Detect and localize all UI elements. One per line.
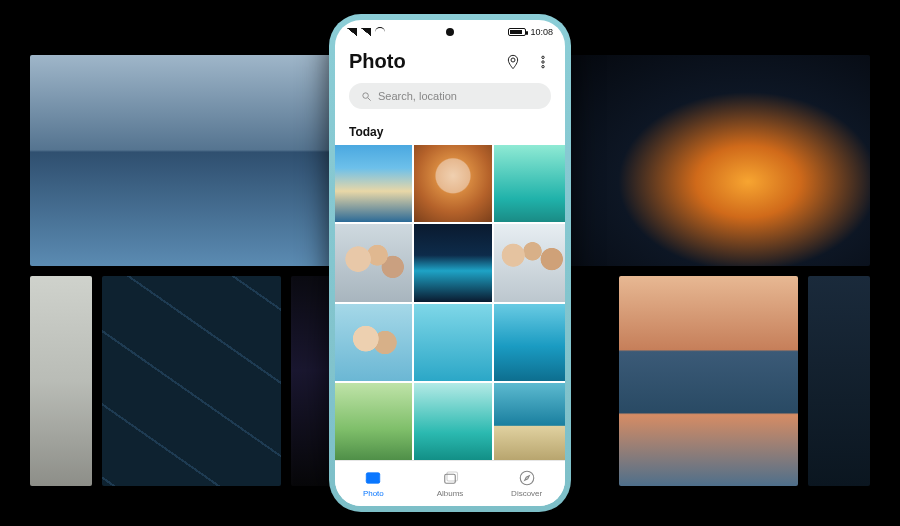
background-photo <box>102 276 280 487</box>
svg-rect-7 <box>445 474 456 483</box>
photo-thumbnail[interactable] <box>494 383 566 460</box>
camera-notch <box>446 28 454 36</box>
photo-thumbnail[interactable] <box>494 224 566 301</box>
photo-thumbnail[interactable] <box>335 304 412 381</box>
svg-point-3 <box>542 65 544 67</box>
nav-tab-photo[interactable]: Photo <box>335 461 412 506</box>
photo-thumbnail[interactable] <box>335 145 412 222</box>
svg-line-5 <box>368 97 371 100</box>
battery-icon <box>508 28 526 36</box>
search-icon <box>361 91 372 102</box>
background-photo <box>565 55 870 266</box>
photo-thumbnail[interactable] <box>335 224 412 301</box>
nav-tab-discover[interactable]: Discover <box>488 461 565 506</box>
nav-label: Albums <box>437 489 464 498</box>
section-heading-today: Today <box>335 115 565 145</box>
svg-point-2 <box>542 60 544 62</box>
status-left <box>347 28 385 36</box>
photo-thumbnail[interactable] <box>414 145 491 222</box>
nav-label: Discover <box>511 489 542 498</box>
page-title: Photo <box>349 50 406 73</box>
signal-icon <box>347 28 357 36</box>
svg-point-9 <box>520 471 534 485</box>
nav-tab-albums[interactable]: Albums <box>412 461 489 506</box>
search-input[interactable]: Search, location <box>349 83 551 109</box>
svg-point-1 <box>542 56 544 58</box>
photo-thumbnail[interactable] <box>414 224 491 301</box>
svg-point-0 <box>511 58 515 62</box>
status-time: 10:08 <box>530 27 553 37</box>
status-right: 10:08 <box>508 27 553 37</box>
search-placeholder: Search, location <box>378 90 457 102</box>
photo-thumbnail[interactable] <box>494 145 566 222</box>
map-pin-icon[interactable] <box>505 54 521 70</box>
background-photo <box>30 276 92 487</box>
svg-marker-10 <box>524 476 529 481</box>
photo-icon <box>364 469 382 487</box>
phone-screen: 10:08 Photo Search, location Today <box>335 20 565 506</box>
photo-thumbnail[interactable] <box>414 383 491 460</box>
discover-icon <box>518 469 536 487</box>
header-row: Photo <box>335 44 565 77</box>
photo-grid[interactable] <box>335 145 565 460</box>
photo-thumbnail[interactable] <box>414 304 491 381</box>
background-photo <box>808 276 870 487</box>
svg-point-4 <box>363 92 369 98</box>
wifi-icon <box>375 28 385 36</box>
more-vertical-icon[interactable] <box>535 54 551 70</box>
svg-rect-8 <box>447 472 458 481</box>
photo-thumbnail[interactable] <box>494 304 566 381</box>
albums-icon <box>441 469 459 487</box>
nav-label: Photo <box>363 489 384 498</box>
photo-thumbnail[interactable] <box>335 383 412 460</box>
background-photo <box>30 55 335 266</box>
background-photo <box>619 276 797 487</box>
bottom-nav: Photo Albums Discover <box>335 460 565 506</box>
phone-mockup-frame: 10:08 Photo Search, location Today <box>329 14 571 512</box>
signal-icon <box>361 28 371 36</box>
